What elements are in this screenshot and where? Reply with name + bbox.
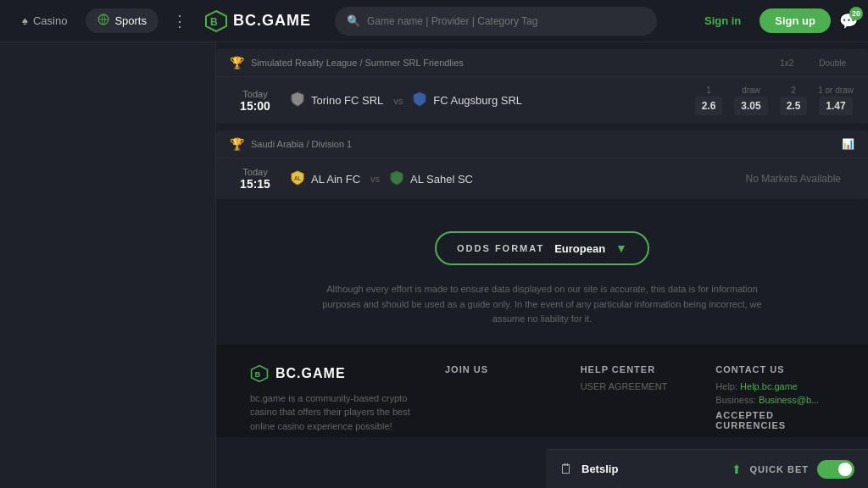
sports-icon (97, 14, 109, 28)
footer: B BC.GAME bc.game is a community-based c… (216, 344, 868, 437)
match-card-1: 🏆 Simulated Reality League / Summer SRL … (216, 49, 868, 124)
odds-group-1: 1 2.6 draw 3.05 2 2.5 1 or draw 1.47 (690, 86, 854, 115)
odds-label-1-1: draw (742, 86, 760, 95)
footer-join-col: JOIN US (445, 364, 564, 437)
odds-format-section: ODDS FORMAT European ▼ Although every ef… (216, 206, 868, 344)
footer-brand-col: B BC.GAME bc.game is a community-based c… (250, 364, 428, 437)
team2-name-1: FC Augsburg SRL (433, 94, 522, 107)
team2-shield-2 (390, 170, 403, 188)
disclaimer-text: Although every effort is made to ensure … (322, 282, 763, 327)
team1-name-1: Torino FC SRL (311, 94, 383, 107)
match-league-1: Simulated Reality League / Summer SRL Fr… (251, 58, 773, 68)
casino-nav[interactable]: ♠ Casino (10, 9, 79, 32)
match-time-1: Today 15:00 (230, 89, 281, 113)
match-row-1: Today 15:00 Torino FC SRL vs FC Augsburg… (216, 77, 868, 124)
odds-format-value: European (554, 242, 605, 255)
odds-col-1-2: 2 2.5 (775, 86, 812, 115)
footer-contact-col: CONTACT US Help: Help.bc.game Business: … (715, 364, 834, 437)
odds-col-1-0: 1 2.6 (690, 86, 727, 115)
match-header-1: 🏆 Simulated Reality League / Summer SRL … (216, 49, 868, 77)
match-header-2: 🏆 Saudi Arabia / Division 1 📊 (216, 130, 868, 158)
footer-grid: B BC.GAME bc.game is a community-based c… (250, 364, 834, 437)
footer-contact-business: Business: Business@b... (715, 395, 834, 405)
odds-value-1-1[interactable]: 3.05 (734, 97, 767, 115)
odds-value-1-3[interactable]: 1.47 (819, 97, 852, 115)
sports-nav[interactable]: Sports (86, 8, 159, 33)
logo-text: BC.GAME (233, 12, 311, 30)
league-icon-2: 🏆 (230, 137, 244, 151)
footer-business-link[interactable]: Business@b... (759, 395, 819, 405)
footer-user-agreement-link[interactable]: USER AGREEMENT (581, 381, 699, 391)
match-teams-1: Torino FC SRL vs FC Augsburg SRL (281, 92, 690, 109)
chat-icon-wrap[interactable]: 💬 20 (839, 12, 858, 30)
odds-value-1-2[interactable]: 2.5 (780, 97, 808, 115)
logo-icon: B (204, 9, 228, 33)
match-league-2: Saudi Arabia / Division 1 (251, 139, 835, 149)
casino-label: Casino (33, 14, 67, 27)
betslip-bar: 🗒 Betslip ⬆ QUICK BET (546, 449, 868, 488)
footer-help-col: HELP CENTER USER AGREEMENT (581, 364, 699, 437)
stats-icon-2: 📊 (842, 138, 854, 150)
quick-bet-toggle[interactable] (817, 460, 854, 479)
header: ♠ Casino Sports ⋮ B BC.GAME 🔍 Sign in Si… (0, 0, 868, 42)
match-time-2: Today 15:15 (230, 167, 281, 191)
match-day-2: Today (230, 167, 281, 177)
team2-shield-1 (413, 92, 426, 109)
match-day-1: Today (230, 89, 281, 99)
footer-help-link[interactable]: Help.bc.game (740, 381, 798, 391)
footer-contact-help: Help: Help.bc.game (715, 381, 834, 391)
team1-name-2: AL Ain FC (311, 173, 360, 186)
team1-shield-1 (291, 92, 304, 109)
footer-logo: B BC.GAME (250, 364, 428, 383)
odds-label-1-2: 2 (791, 86, 796, 95)
footer-contact-title: CONTACT US (715, 364, 834, 374)
odds-label-1-0: 1 (706, 86, 711, 95)
content: 🏆 Simulated Reality League / Summer SRL … (216, 42, 868, 488)
footer-help-title: HELP CENTER (581, 364, 699, 374)
search-bar[interactable]: 🔍 (335, 7, 657, 36)
team2-name-2: AL Sahel SC (410, 173, 473, 186)
main: 🏆 Simulated Reality League / Summer SRL … (0, 42, 868, 488)
sports-label: Sports (114, 14, 147, 27)
sign-up-button[interactable]: Sign up (760, 8, 831, 33)
match-timeval-2: 15:15 (230, 177, 281, 191)
chevron-down-icon: ▼ (615, 241, 627, 255)
footer-logo-icon: B (250, 364, 269, 383)
odds-col-1-3: 1 or draw 1.47 (817, 86, 854, 115)
betslip-icon: 🗒 (559, 462, 573, 477)
odds-label-1-3: 1 or draw (818, 86, 854, 95)
match-teams-2: AL AL Ain FC vs AL Sahel SC (281, 170, 746, 188)
vs-text-2: vs (370, 174, 380, 184)
search-input[interactable] (367, 15, 645, 27)
sidebar (0, 42, 216, 488)
sign-in-button[interactable]: Sign in (694, 9, 751, 32)
footer-logo-text: BC.GAME (275, 366, 346, 381)
odds-format-selector[interactable]: ODDS FORMAT European ▼ (435, 231, 649, 265)
match-row-2: Today 15:15 AL AL Ain FC vs AL Sahel SC … (216, 158, 868, 199)
footer-join-title: JOIN US (445, 364, 564, 374)
team1-shield-2: AL (291, 170, 304, 188)
header-right: Sign in Sign up 💬 20 (694, 8, 858, 33)
svg-text:B: B (255, 369, 261, 379)
casino-icon: ♠ (22, 14, 28, 27)
odds-value-1-0[interactable]: 2.6 (695, 97, 723, 115)
svg-text:B: B (210, 16, 218, 28)
footer-description: bc.game is a community-based crypto casi… (250, 391, 420, 434)
odds-col-1-1: draw 3.05 (732, 86, 770, 115)
svg-text:AL: AL (294, 175, 302, 181)
match-timeval-1: 15:00 (230, 99, 281, 113)
logo: B BC.GAME (204, 9, 311, 33)
chat-badge: 20 (849, 7, 863, 20)
match-card-2: 🏆 Saudi Arabia / Division 1 📊 Today 15:1… (216, 130, 868, 199)
odds-format-label: ODDS FORMAT (457, 243, 544, 253)
no-markets-2: No Markets Available (746, 173, 855, 185)
betslip-arrow-icon[interactable]: ⬆ (732, 463, 742, 476)
odds-header-1x2: 1x2 (780, 58, 793, 68)
accepted-currencies-label: ACCEPTED CURRENCIES (715, 410, 834, 430)
quick-bet-label: QUICK BET (750, 464, 810, 474)
betslip-label: Betslip (581, 463, 723, 475)
search-icon: 🔍 (347, 14, 360, 27)
league-icon-1: 🏆 (230, 56, 244, 69)
odds-header-double: Double (819, 58, 846, 68)
menu-dots-icon[interactable]: ⋮ (165, 8, 194, 34)
